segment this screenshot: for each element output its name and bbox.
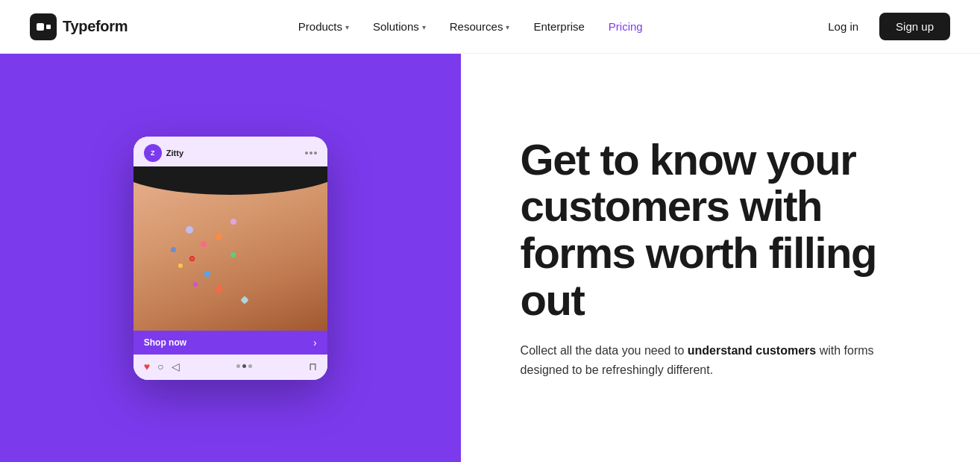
logo-icon: [30, 13, 57, 40]
phone-top-bar: Z Zitty: [134, 137, 327, 166]
nav-center: Products ▾ Solutions ▾ Resources ▾ Enter…: [288, 14, 653, 39]
heart-icon: ♥: [144, 360, 150, 372]
signup-button[interactable]: Sign up: [879, 13, 950, 40]
action-icons: ♥ ○ ◁: [144, 360, 180, 372]
phone-image: [134, 166, 327, 331]
nav-item-products[interactable]: Products ▾: [288, 14, 359, 39]
bookmark-icon: ⊓: [309, 360, 317, 372]
nav-item-resources[interactable]: Resources ▾: [439, 14, 521, 39]
avatar: Z: [144, 144, 162, 162]
shop-arrow-icon: ›: [313, 337, 317, 349]
phone-bottom: Shop now › ♥ ○ ◁ ⊓: [134, 331, 327, 380]
nav-item-enterprise[interactable]: Enterprise: [523, 14, 594, 39]
hero-right-panel: Get to know your customers with forms wo…: [461, 54, 980, 462]
phone-mockup: Z Zitty: [134, 137, 327, 380]
hero-left-panel: Z Zitty: [0, 54, 461, 462]
comment-icon: ○: [157, 360, 163, 372]
chevron-down-icon: ▾: [422, 23, 426, 31]
action-dots: [236, 364, 252, 368]
login-button[interactable]: Log in: [813, 13, 873, 40]
hero-subtext: Collect all the data you need to underst…: [521, 341, 908, 379]
chevron-down-icon: ▾: [506, 23, 509, 31]
phone-avatar: Z Zitty: [144, 144, 183, 162]
phone-dots: [305, 152, 317, 154]
phone-actions: ♥ ○ ◁ ⊓: [134, 355, 327, 380]
share-icon: ◁: [172, 360, 180, 372]
logo-link[interactable]: Typeform: [30, 13, 128, 40]
nav-right: Log in Sign up: [813, 13, 950, 40]
navbar: Typeform Products ▾ Solutions ▾ Resource…: [0, 0, 980, 54]
logo-text: Typeform: [63, 18, 128, 35]
shop-label: Shop now: [144, 337, 186, 348]
shop-bar[interactable]: Shop now ›: [134, 331, 327, 355]
hero-section: Z Zitty: [0, 54, 980, 462]
chevron-down-icon: ▾: [345, 23, 349, 31]
nav-item-solutions[interactable]: Solutions ▾: [362, 14, 436, 39]
phone-handle: Zitty: [166, 149, 183, 157]
nav-item-pricing[interactable]: Pricing: [598, 14, 653, 39]
hero-headline: Get to know your customers with forms wo…: [521, 137, 928, 324]
